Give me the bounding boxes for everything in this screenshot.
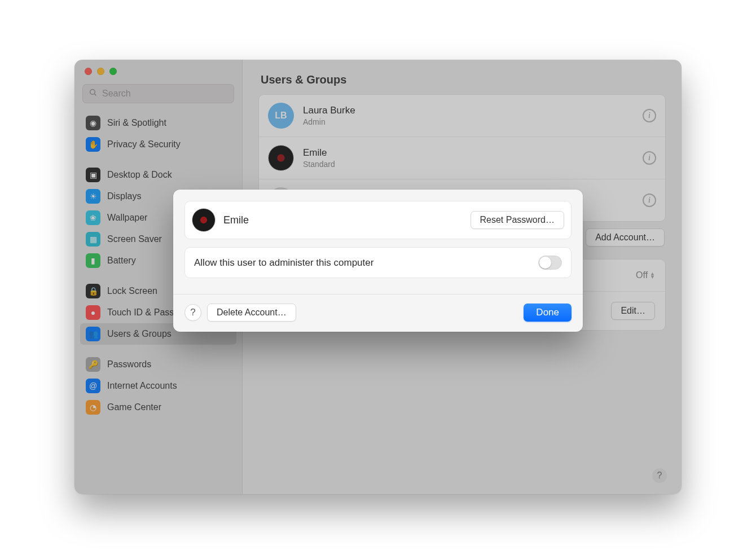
delete-account-button[interactable]: Delete Account…	[207, 304, 296, 322]
admin-toggle[interactable]	[538, 256, 562, 270]
sheet-user-name: Emile	[223, 214, 249, 226]
sheet-user-header: Emile Reset Password…	[184, 201, 572, 239]
reset-password-button[interactable]: Reset Password…	[471, 211, 565, 229]
user-detail-sheet: Emile Reset Password… Allow this user to…	[173, 190, 583, 332]
admin-toggle-row: Allow this user to administer this compu…	[184, 247, 572, 278]
admin-toggle-label: Allow this user to administer this compu…	[194, 257, 373, 269]
done-button[interactable]: Done	[524, 304, 572, 322]
settings-window: ◉Siri & Spotlight✋Privacy & Security▣Des…	[74, 60, 682, 494]
help-icon[interactable]: ?	[184, 304, 201, 321]
modal-sheet-container: Emile Reset Password… Allow this user to…	[74, 60, 682, 494]
avatar[interactable]	[192, 208, 216, 232]
